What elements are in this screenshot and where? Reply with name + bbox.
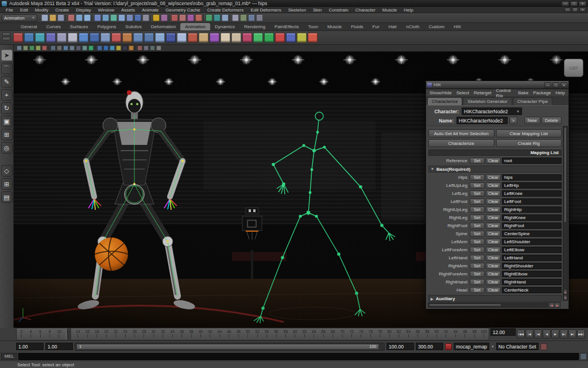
snap-to-grid-icon[interactable]	[94, 14, 101, 21]
attribute-editor-icon[interactable]	[256, 14, 263, 21]
separator-icon[interactable]	[156, 45, 161, 51]
menu-set-selector[interactable]: Animation ▼	[2, 14, 37, 22]
clear-button[interactable]: Clear	[486, 174, 501, 181]
clear-button[interactable]: Clear	[486, 255, 501, 261]
snap-to-view-plane-icon[interactable]	[126, 14, 133, 21]
xray-icon[interactable]	[144, 45, 149, 51]
set-button[interactable]: Set	[470, 158, 485, 164]
maximize-button[interactable]: □	[570, 1, 578, 6]
mapping-value-field[interactable]: hips	[502, 174, 562, 181]
step-back-frame-button[interactable]: |◀	[534, 329, 542, 339]
hik-menu-item[interactable]: Help	[554, 90, 567, 95]
divider[interactable]	[203, 14, 204, 21]
hold-keys-icon[interactable]	[133, 33, 143, 43]
mapping-value-field[interactable]: root	[502, 158, 562, 164]
range-slider-bar-handle[interactable]: 1 100	[76, 344, 379, 350]
menu-item[interactable]: Create	[52, 7, 72, 13]
divider[interactable]	[230, 14, 231, 21]
delete-character-button[interactable]: Delete	[541, 117, 562, 124]
shelf-tab-dynamics[interactable]: Dynamics	[210, 23, 239, 30]
clear-button[interactable]: Clear	[486, 182, 501, 189]
insert-joint-icon[interactable]	[46, 33, 56, 43]
camera-lock-icon[interactable]	[23, 45, 28, 51]
auto-keyframe-toggle[interactable]	[445, 343, 452, 350]
clear-button[interactable]: Clear	[486, 206, 501, 213]
render-settings-icon[interactable]	[232, 14, 239, 21]
play-forwards-button[interactable]: ▶	[551, 329, 559, 339]
menu-item[interactable]: Constrain	[325, 7, 351, 13]
shelf-tab-polygons[interactable]: Polygons	[92, 23, 121, 30]
scene-close-button[interactable]: ×	[579, 7, 586, 12]
playback-start-field[interactable]: 1.00	[45, 343, 73, 350]
animation-end-field[interactable]: 300.00	[416, 343, 443, 350]
shelf-tab-custom[interactable]: Custom	[424, 23, 449, 30]
select-by-component-icon[interactable]	[84, 14, 91, 21]
scroll-right-arrow[interactable]: ▶	[554, 303, 560, 307]
mapping-value-field[interactable]: LeftHand	[502, 255, 562, 261]
blend-shape-icon[interactable]	[253, 33, 263, 43]
resolution-gate-icon[interactable]	[63, 45, 68, 51]
motion-path-icon[interactable]	[297, 33, 307, 43]
shelf-tab-general[interactable]: General	[16, 23, 41, 30]
lattice-icon[interactable]	[275, 33, 285, 43]
clear-button[interactable]: Clear	[486, 198, 501, 205]
textured-mode-icon[interactable]	[110, 45, 115, 51]
scale-tool[interactable]: ▣	[1, 116, 13, 127]
base-section-header[interactable]: ▼ Base(Required)	[428, 166, 562, 172]
film-gate-icon[interactable]	[57, 45, 62, 51]
driven-key-icon[interactable]	[144, 33, 154, 43]
ik-handle-tool-icon[interactable]	[24, 33, 34, 43]
constraint-point-icon[interactable]	[188, 33, 198, 43]
ipr-render-icon[interactable]	[222, 14, 229, 21]
shelf-tab-toon[interactable]: Toon	[304, 23, 323, 30]
textured-lights-icon[interactable]	[129, 45, 134, 51]
hik-maximize-button[interactable]: □	[552, 82, 559, 88]
divider[interactable]	[135, 45, 136, 51]
construction-history-icon[interactable]	[187, 14, 194, 21]
shelf-tab-fur[interactable]: Fur	[368, 23, 384, 30]
mapping-value-field[interactable]: LeftHip	[502, 182, 562, 189]
shelf-tab-hair[interactable]: Hair	[384, 23, 402, 30]
list-button[interactable]: LIST	[564, 59, 583, 77]
safe-title-icon[interactable]	[88, 45, 94, 51]
set-key-icon[interactable]	[111, 33, 121, 43]
paint-select-tool[interactable]: ✎	[1, 76, 13, 87]
image-plane-icon[interactable]	[42, 45, 47, 51]
set-button[interactable]: Set	[470, 174, 485, 181]
move-tool[interactable]: +	[1, 89, 13, 101]
file-save-icon[interactable]	[57, 14, 64, 21]
step-back-key-button[interactable]: |◀	[525, 329, 533, 339]
divider[interactable]	[150, 14, 152, 21]
camera-attributes-icon[interactable]	[29, 45, 34, 51]
mapping-value-field[interactable]: LeftKnee	[502, 190, 562, 197]
command-input[interactable]	[18, 353, 579, 360]
menu-item[interactable]: Character	[352, 7, 379, 13]
title-bar[interactable]: Autodesk Maya 2011 Beta 2 x64 - Trial Ve…	[0, 0, 588, 7]
divider[interactable]	[95, 45, 96, 51]
mapping-value-field[interactable]: LeftFoot	[502, 198, 562, 205]
divider[interactable]	[169, 14, 170, 21]
lock-selection-icon[interactable]	[153, 14, 160, 21]
hik-close-button[interactable]: ×	[560, 82, 567, 88]
lasso-select-tool[interactable]: ⌒	[1, 63, 13, 74]
hik-menu-item[interactable]: Bake	[516, 90, 531, 95]
mapping-value-field[interactable]: CenterNeck	[502, 287, 562, 293]
shelf-tab-deformation[interactable]: Deformation	[146, 23, 181, 30]
constraint-orient-icon[interactable]	[210, 33, 219, 43]
shelf-tab-painteffects[interactable]: PaintEffects	[270, 23, 304, 30]
clear-button[interactable]: Clear	[486, 263, 501, 269]
clear-button[interactable]: Clear	[486, 287, 501, 293]
make-object-live-icon[interactable]	[134, 14, 141, 21]
open-render-view-icon[interactable]	[206, 14, 212, 21]
collapsed-section-header[interactable]: ▶ Auxiliary	[428, 295, 562, 302]
mapping-value-field[interactable]: RightKnee	[502, 214, 562, 221]
paint-weights-icon[interactable]	[242, 33, 252, 43]
safe-action-icon[interactable]	[82, 45, 87, 51]
divider[interactable]	[92, 14, 93, 21]
shelf-tab-ncloth[interactable]: nCloth	[401, 23, 424, 30]
muscle-magnet-icon[interactable]	[195, 14, 202, 21]
shelf-tab-rendering[interactable]: Rendering	[239, 23, 270, 30]
constraint-aim-icon[interactable]	[199, 33, 208, 43]
render-current-frame-icon[interactable]	[214, 14, 220, 21]
graph-editor-icon[interactable]	[166, 33, 176, 43]
